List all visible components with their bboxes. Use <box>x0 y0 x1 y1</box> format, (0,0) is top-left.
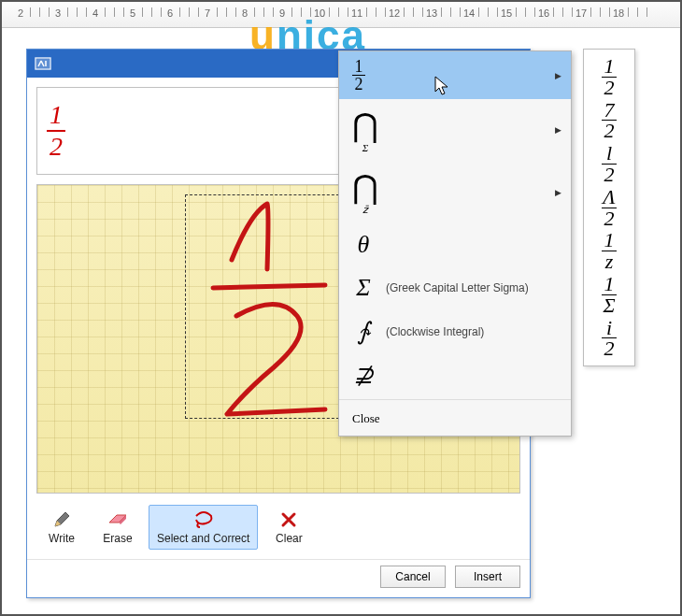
submenu-fraction-list: 1272l2Λ21z1Σi2 <box>583 49 635 366</box>
pencil-icon <box>52 509 71 530</box>
horizontal-ruler: 23456789101112131415161718 <box>2 2 680 28</box>
ruler-tick <box>609 7 610 17</box>
ruler-tick <box>86 7 87 17</box>
lasso-icon <box>192 509 215 530</box>
fraction-option[interactable]: 1z <box>602 231 617 271</box>
ruler-tick <box>534 7 535 17</box>
chevron-right-icon: ▶ <box>555 188 561 197</box>
fraction-option[interactable]: l2 <box>602 144 617 184</box>
ruler-tick <box>376 7 377 17</box>
ruler-tick <box>450 7 451 17</box>
bigcap-icon: ⋂z̄ <box>352 168 378 216</box>
menu-item[interactable]: 12▶ <box>339 51 571 99</box>
ruler-tick <box>77 7 78 17</box>
clear-tool[interactable]: Clear <box>263 505 314 550</box>
menu-close[interactable]: Close <box>339 402 571 436</box>
toolstrip: Write Erase Select and Correct Clear <box>36 503 520 550</box>
ruler-tick <box>488 7 489 17</box>
ruler-number: 12 <box>389 7 400 19</box>
dialog-button-row: Cancel Insert <box>27 559 530 597</box>
menu-separator <box>339 399 571 400</box>
ruler-tick <box>572 7 573 17</box>
ruler-tick <box>114 7 115 17</box>
erase-label: Erase <box>103 532 132 545</box>
ruler-tick <box>217 7 218 17</box>
ruler-tick <box>348 7 348 17</box>
cancel-button[interactable]: Cancel <box>380 566 446 588</box>
clear-label: Clear <box>276 532 303 545</box>
ruler-tick <box>590 7 591 17</box>
menu-item[interactable]: ∱(Clockwise Integral) <box>339 309 571 353</box>
ruler-number: 18 <box>613 7 624 19</box>
ruler-number: 4 <box>92 7 98 19</box>
ruler-number: 13 <box>426 7 437 19</box>
menu-item[interactable]: θ <box>339 223 571 266</box>
symbol-icon: Σ <box>352 274 375 302</box>
ruler-tick <box>329 7 330 17</box>
ruler-tick <box>30 7 31 17</box>
ruler-tick <box>123 7 124 17</box>
symbol-icon: ⊉ <box>352 361 375 390</box>
ruler-tick <box>226 7 227 17</box>
symbol-icon: ∱ <box>352 317 375 346</box>
ruler-number: 14 <box>463 7 475 19</box>
math-panel-icon <box>35 57 51 70</box>
menu-item[interactable]: ⊉ <box>339 353 571 397</box>
ruler-number: 11 <box>351 7 362 19</box>
ruler-tick <box>366 7 367 17</box>
ruler-tick <box>553 7 554 17</box>
ruler-tick <box>161 7 162 17</box>
fraction-option[interactable]: 1Σ <box>602 275 617 315</box>
fraction-option[interactable]: Λ2 <box>602 188 617 228</box>
menu-item-label: (Clockwise Integral) <box>386 325 484 338</box>
ruler-tick <box>525 7 526 17</box>
select-correct-tool[interactable]: Select and Correct <box>149 505 258 550</box>
fraction-option[interactable]: 12 <box>602 57 617 97</box>
ruler-tick <box>49 7 50 17</box>
preview-denominator: 2 <box>50 134 63 160</box>
menu-item[interactable]: ⋂Σ▶ <box>339 99 571 161</box>
clear-x-icon <box>280 509 297 530</box>
ruler-tick <box>198 7 199 17</box>
write-label: Write <box>49 532 75 545</box>
ruler-number: 17 <box>575 7 587 19</box>
menu-item[interactable]: ⋂z̄▶ <box>339 161 571 223</box>
ruler-number: 16 <box>538 7 549 19</box>
correction-menu: 12▶⋂Σ▶⋂z̄▶θΣ(Greek Capital Letter Sigma)… <box>338 50 572 437</box>
chevron-right-icon: ▶ <box>555 125 561 135</box>
ruler-tick <box>497 7 498 17</box>
fraction-option[interactable]: 72 <box>602 101 617 141</box>
ruler-tick <box>310 7 311 17</box>
ruler-tick <box>404 7 405 17</box>
ruler-tick <box>254 7 255 17</box>
ruler-tick <box>291 7 292 17</box>
ruler-tick <box>189 7 190 17</box>
chevron-right-icon: ▶ <box>555 71 561 80</box>
ruler-tick <box>646 7 647 17</box>
symbol-icon: θ <box>352 231 375 259</box>
ruler-tick <box>600 7 601 17</box>
ruler-tick <box>637 7 638 17</box>
write-tool[interactable]: Write <box>36 505 87 550</box>
menu-item-label: (Greek Capital Letter Sigma) <box>386 281 529 294</box>
bigcap-icon: ⋂Σ <box>352 107 378 153</box>
ruler-tick <box>478 7 479 17</box>
erase-tool[interactable]: Erase <box>92 505 143 550</box>
handwritten-ink <box>194 194 353 428</box>
ruler-tick <box>301 7 302 17</box>
select-correct-label: Select and Correct <box>157 532 249 545</box>
fraction-option[interactable]: i2 <box>602 319 617 359</box>
menu-item[interactable]: Σ(Greek Capital Letter Sigma) <box>339 266 571 309</box>
ruler-tick <box>516 7 517 17</box>
ruler-tick <box>628 7 629 17</box>
ruler-tick <box>105 7 106 17</box>
ruler-tick <box>422 7 423 17</box>
insert-button[interactable]: Insert <box>455 566 520 588</box>
ruler-tick <box>385 7 386 17</box>
ruler-number: 3 <box>55 7 61 19</box>
ruler-tick <box>235 7 236 17</box>
ruler-tick <box>263 7 264 17</box>
ruler-tick <box>338 7 339 17</box>
ruler-tick <box>441 7 442 17</box>
ruler-tick <box>460 7 461 17</box>
